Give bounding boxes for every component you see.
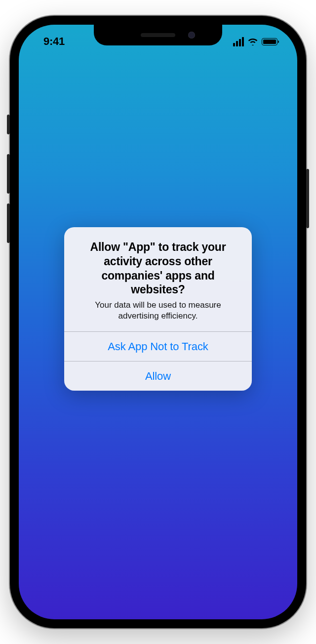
device-frame: 9:41 Allow "App" to track your activity … bbox=[10, 16, 306, 628]
screen: 9:41 Allow "App" to track your activity … bbox=[19, 25, 297, 619]
status-indicators bbox=[233, 37, 279, 46]
cellular-signal-icon bbox=[233, 37, 244, 46]
status-time: 9:41 bbox=[37, 35, 65, 48]
tracking-permission-alert: Allow "App" to track your activity acros… bbox=[64, 227, 252, 391]
power-button bbox=[306, 169, 309, 228]
allow-button[interactable]: Allow bbox=[64, 361, 252, 391]
wifi-icon bbox=[247, 38, 258, 45]
alert-title: Allow "App" to track your activity acros… bbox=[75, 240, 241, 297]
volume-down-button bbox=[7, 203, 10, 243]
status-bar: 9:41 bbox=[19, 25, 297, 52]
battery-icon bbox=[262, 38, 277, 45]
volume-up-button bbox=[7, 154, 10, 194]
alert-body: Allow "App" to track your activity acros… bbox=[64, 227, 252, 331]
ask-not-to-track-button[interactable]: Ask App Not to Track bbox=[64, 331, 252, 361]
alert-message: Your data will be used to measure advert… bbox=[75, 300, 241, 322]
silence-switch bbox=[7, 115, 10, 134]
